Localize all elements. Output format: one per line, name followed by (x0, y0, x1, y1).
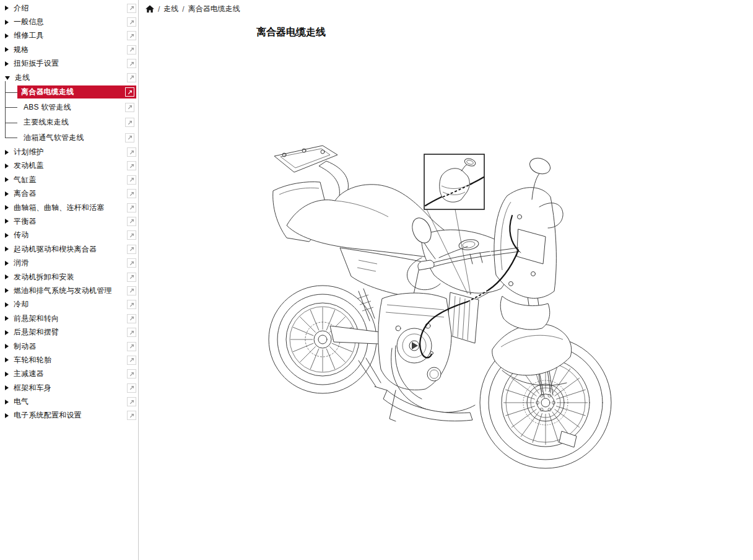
chevron-right-icon[interactable] (5, 177, 9, 182)
sidebar-item[interactable]: 发动机盖 (0, 159, 138, 173)
chevron-right-icon[interactable] (5, 150, 9, 155)
sidebar-subitem[interactable]: 离合器电缆走线 (0, 84, 138, 100)
external-link-icon[interactable] (127, 217, 136, 226)
external-link-icon[interactable] (127, 17, 136, 27)
chevron-down-icon[interactable] (5, 76, 10, 80)
sidebar-subitem-bar[interactable]: 主要线束走线 (17, 116, 136, 129)
external-link-icon[interactable] (127, 411, 136, 420)
sidebar-item[interactable]: 规格 (0, 43, 138, 56)
breadcrumb: / 走线 / 离合器电缆走线 (146, 4, 240, 14)
external-link-icon[interactable] (127, 397, 136, 406)
sidebar-subtree: 离合器电缆走线ABS 软管走线主要线束走线油箱通气软管走线 (0, 84, 138, 145)
sidebar-item[interactable]: 前悬架和转向 (0, 312, 138, 325)
sidebar-item[interactable]: 车轮和轮胎 (0, 353, 138, 367)
external-link-icon[interactable] (125, 133, 134, 142)
chevron-right-icon[interactable] (5, 344, 9, 349)
chevron-right-icon[interactable] (5, 288, 9, 293)
external-link-icon[interactable] (127, 258, 136, 268)
external-link-icon[interactable] (127, 342, 136, 351)
sidebar-item[interactable]: 走线 (0, 71, 138, 84)
sidebar-item[interactable]: 主减速器 (0, 367, 138, 381)
sidebar-nav: 介绍一般信息维修工具规格扭矩扳手设置走线离合器电缆走线ABS 软管走线主要线束走… (0, 0, 139, 560)
sidebar-item[interactable]: 电子系统配置和设置 (0, 409, 138, 422)
sidebar-subitem-bar[interactable]: ABS 软管走线 (17, 101, 136, 114)
sidebar-item[interactable]: 一般信息 (0, 15, 138, 28)
chevron-right-icon[interactable] (5, 316, 9, 321)
chevron-right-icon[interactable] (5, 385, 9, 390)
external-link-icon[interactable] (127, 175, 136, 185)
chevron-right-icon[interactable] (5, 372, 9, 377)
side-panel (340, 248, 420, 297)
external-link-icon[interactable] (127, 383, 136, 393)
sidebar-item[interactable]: 润滑 (0, 256, 138, 269)
external-link-icon[interactable] (127, 4, 136, 13)
sidebar-item[interactable]: 传动 (0, 229, 138, 242)
sidebar-item[interactable]: 冷却 (0, 298, 138, 312)
external-link-icon[interactable] (127, 189, 136, 198)
sidebar-item[interactable]: 平衡器 (0, 214, 138, 228)
sidebar-item[interactable]: 制动器 (0, 339, 138, 353)
external-link-icon[interactable] (127, 245, 136, 254)
motorcycle-figure (266, 142, 619, 480)
sidebar-subitem[interactable]: 主要线束走线 (0, 115, 138, 130)
chevron-right-icon[interactable] (5, 20, 9, 25)
sidebar-subitem[interactable]: 油箱通气软管走线 (0, 130, 138, 146)
sidebar-subitem[interactable]: ABS 软管走线 (0, 100, 138, 115)
external-link-icon[interactable] (127, 328, 136, 337)
external-link-icon[interactable] (127, 203, 136, 212)
external-link-icon[interactable] (127, 369, 136, 378)
sidebar-item[interactable]: 介绍 (0, 1, 138, 15)
chevron-right-icon[interactable] (5, 219, 9, 224)
sidebar-item[interactable]: 后悬架和摆臂 (0, 325, 138, 339)
external-link-icon[interactable] (127, 356, 136, 365)
external-link-icon[interactable] (127, 300, 136, 309)
sidebar-item[interactable]: 离合器 (0, 187, 138, 201)
chevron-right-icon[interactable] (5, 164, 9, 168)
breadcrumb-link-routing[interactable]: 走线 (163, 4, 178, 14)
chevron-right-icon[interactable] (5, 61, 9, 66)
chevron-right-icon[interactable] (5, 33, 9, 38)
chevron-right-icon[interactable] (5, 357, 9, 362)
external-link-icon[interactable] (127, 147, 136, 157)
external-link-icon[interactable] (127, 161, 136, 170)
external-link-icon[interactable] (127, 59, 136, 68)
chevron-right-icon[interactable] (5, 400, 9, 405)
chevron-right-icon[interactable] (5, 205, 9, 210)
sidebar-item[interactable]: 气缸盖 (0, 173, 138, 186)
chevron-right-icon[interactable] (5, 302, 9, 307)
sidebar-item[interactable]: 燃油和排气系统与发动机管理 (0, 284, 138, 297)
external-link-icon[interactable] (125, 103, 134, 112)
sidebar-item[interactable]: 电气 (0, 395, 138, 408)
chevron-right-icon[interactable] (5, 191, 9, 196)
sidebar-item[interactable]: 起动机驱动和楔块离合器 (0, 242, 138, 256)
external-link-icon[interactable] (127, 31, 136, 40)
external-link-icon[interactable] (127, 230, 136, 240)
home-icon[interactable] (146, 5, 154, 13)
chevron-right-icon[interactable] (5, 233, 9, 238)
chevron-right-icon[interactable] (5, 274, 9, 279)
sidebar-item[interactable]: 发动机拆卸和安装 (0, 270, 138, 284)
external-link-icon[interactable] (127, 73, 136, 82)
external-link-icon[interactable] (125, 87, 134, 97)
sidebar-item[interactable]: 曲轴箱、曲轴、连杆和活塞 (0, 201, 138, 214)
sidebar-item[interactable]: 维修工具 (0, 29, 138, 43)
chevron-right-icon[interactable] (5, 6, 9, 11)
sidebar-item[interactable]: 扭矩扳手设置 (0, 57, 138, 71)
external-link-icon[interactable] (127, 286, 136, 295)
sidebar-subitem-selected[interactable]: 离合器电缆走线 (17, 85, 136, 98)
chevron-right-icon[interactable] (5, 47, 9, 52)
sidebar-tree: 介绍一般信息维修工具规格扭矩扳手设置走线离合器电缆走线ABS 软管走线主要线束走… (0, 1, 138, 422)
sidebar-subitem-bar[interactable]: 油箱通气软管走线 (17, 131, 136, 144)
tree-branch (5, 138, 17, 138)
external-link-icon[interactable] (127, 314, 136, 323)
chevron-right-icon[interactable] (5, 413, 9, 418)
external-link-icon[interactable] (127, 45, 136, 55)
sidebar-item[interactable]: 框架和车身 (0, 381, 138, 395)
chevron-right-icon[interactable] (5, 330, 9, 335)
external-link-icon[interactable] (127, 273, 136, 282)
breadcrumb-separator: / (158, 5, 160, 14)
chevron-right-icon[interactable] (5, 247, 9, 252)
sidebar-item[interactable]: 计划维护 (0, 145, 138, 159)
external-link-icon[interactable] (125, 118, 134, 127)
chevron-right-icon[interactable] (5, 261, 9, 266)
